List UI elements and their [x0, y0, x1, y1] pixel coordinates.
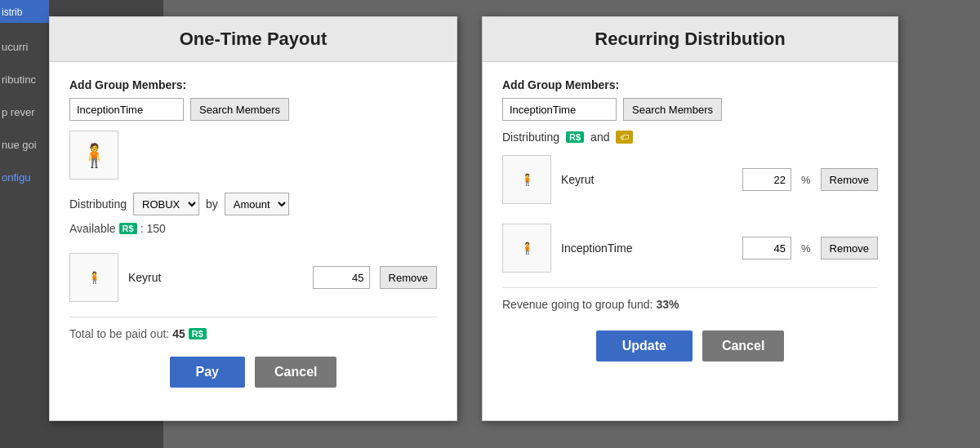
keyrut-amount-input[interactable] — [313, 266, 370, 289]
tab-text: istrib — [2, 7, 22, 18]
keyrut-recurring-remove-button[interactable]: Remove — [821, 168, 878, 191]
revenue-label: Revenue going to group fund: — [502, 298, 653, 311]
total-label: Total to be paid out: — [69, 327, 169, 340]
keyrut-remove-button[interactable]: Remove — [380, 266, 437, 289]
member-row-keyrut-recurring: 🧍 Keyrut % Remove — [502, 150, 878, 209]
keyrut-pct-label: % — [801, 174, 811, 186]
one-time-payout-header: One-Time Payout — [50, 17, 457, 62]
member-avatar-preview: 🧍 — [69, 131, 118, 180]
inceptiontime-pct-input[interactable] — [742, 237, 791, 259]
keyrut-pct-input[interactable] — [742, 168, 791, 191]
recurring-cancel-button[interactable]: Cancel — [702, 330, 784, 362]
recurring-distributing-row: Distributing R$ and 🏷 — [502, 131, 878, 144]
member-row-keyrut: 🧍 Keyrut Remove — [69, 248, 437, 307]
one-time-action-row: Pay Cancel — [69, 357, 437, 404]
recurring-and-label: and — [590, 131, 609, 144]
sidebar-text-5: onfigu — [2, 171, 30, 184]
sidebar-text-2: ributinc — [2, 73, 36, 86]
available-line: Available R$ : 150 — [69, 222, 437, 235]
recurring-action-row: Update Cancel — [502, 330, 878, 378]
sidebar-text-1: ucurri — [2, 41, 29, 53]
one-time-payout-body: Add Group Members: Search Members 🧍 Dist… — [50, 62, 457, 420]
tag-icon: 🏷 — [616, 131, 633, 144]
recurring-distribution-title: Recurring Distribution — [499, 29, 881, 50]
keyrut-name-recurring: Keyrut — [561, 173, 733, 186]
recurring-search-row: Search Members — [502, 98, 878, 121]
total-line: Total to be paid out: 45 R$ — [69, 327, 437, 340]
recurring-search-members-button[interactable]: Search Members — [623, 98, 722, 121]
search-input[interactable] — [69, 98, 184, 121]
pay-button[interactable]: Pay — [170, 357, 245, 388]
keyrut-avatar-icon: 🧍 — [87, 271, 101, 284]
inceptiontime-name: InceptionTime — [561, 242, 733, 255]
sidebar-text-4: nue goi — [2, 139, 37, 151]
by-select[interactable]: Amount — [225, 193, 289, 215]
recurring-robux-icon: R$ — [566, 131, 584, 143]
recurring-distribution-dialog: Recurring Distribution Add Group Members… — [482, 16, 898, 421]
available-amount: : — [140, 222, 144, 235]
one-time-payout-title: One-Time Payout — [66, 29, 440, 50]
currency-select[interactable]: ROBUX — [133, 193, 199, 215]
add-members-label: Add Group Members: — [69, 78, 437, 91]
one-time-payout-dialog: One-Time Payout Add Group Members: Searc… — [49, 16, 457, 421]
revenue-pct: 33% — [656, 298, 679, 311]
total-robux-icon: R$ — [189, 328, 207, 339]
dialogs-container: One-Time Payout Add Group Members: Searc… — [49, 16, 898, 421]
search-row: Search Members — [69, 98, 437, 121]
recurring-divider — [502, 287, 878, 288]
keyrut-icon-recurring: 🧍 — [520, 173, 534, 186]
by-label: by — [206, 197, 218, 211]
update-button[interactable]: Update — [596, 330, 693, 362]
distributing-label: Distributing — [69, 197, 127, 211]
robux-icon: R$ — [119, 223, 137, 234]
divider — [69, 317, 437, 317]
avatar-icon: 🧍 — [80, 142, 109, 169]
recurring-distribution-header: Recurring Distribution — [483, 17, 898, 62]
available-value: 150 — [147, 222, 166, 235]
distributing-row: Distributing ROBUX by Amount — [69, 193, 437, 215]
available-label: Available — [69, 222, 116, 235]
sidebar-text-3: p rever — [2, 106, 34, 118]
keyrut-avatar: 🧍 — [69, 253, 118, 302]
inceptiontime-avatar: 🧍 — [502, 224, 551, 273]
inceptiontime-remove-button[interactable]: Remove — [821, 237, 878, 259]
recurring-search-input[interactable] — [502, 98, 617, 121]
recurring-distribution-body: Add Group Members: Search Members Distri… — [483, 62, 898, 394]
search-members-button[interactable]: Search Members — [190, 98, 289, 121]
inceptiontime-icon: 🧍 — [520, 242, 534, 255]
total-amount-value: 45 — [172, 327, 185, 340]
inceptiontime-pct-label: % — [801, 242, 811, 255]
revenue-line: Revenue going to group fund: 33% — [502, 298, 878, 311]
keyrut-avatar-recurring: 🧍 — [502, 155, 551, 204]
member-row-inceptiontime: 🧍 InceptionTime % Remove — [502, 219, 878, 277]
recurring-add-members-label: Add Group Members: — [502, 78, 878, 91]
recurring-distributing-label: Distributing — [502, 131, 559, 144]
one-time-cancel-button[interactable]: Cancel — [255, 357, 336, 388]
keyrut-name: Keyrut — [128, 271, 303, 284]
